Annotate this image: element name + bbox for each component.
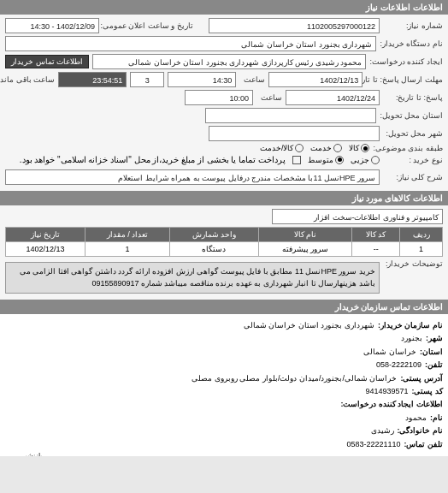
- radio-icon: [335, 156, 344, 164]
- response-date-value: 1402/12/13: [268, 72, 363, 87]
- contact-phone2-label: تلفن تماس:: [404, 438, 444, 450]
- treasury-checkbox[interactable]: [292, 156, 301, 164]
- province-label: استان محل تحویل:: [380, 111, 443, 120]
- requester-value: محمود رشیدی رئیس کارپردازی شهرداری بجنور…: [92, 54, 366, 69]
- buyer-org-value: شهرداری بجنورد استان خراسان شمالی: [5, 36, 376, 51]
- cell-code: --: [352, 242, 400, 257]
- radio-small[interactable]: جزیی: [351, 156, 380, 164]
- col-idx: ردیف: [400, 228, 443, 242]
- province-value: [205, 108, 376, 123]
- radio-service[interactable]: خدمت: [310, 144, 342, 152]
- share-icons: بازنشر ✉ 🔗 ☎ ۲۱-۸۸۳۴۹۶۷۰: [5, 451, 42, 456]
- radio-icon: [333, 144, 342, 152]
- response-deadline-label: مهلت ارسال پاسخ: تا تاریخ:: [366, 75, 443, 84]
- table-row[interactable]: 1 -- سرور پیشرفته دستگاه 1 1402/12/13: [6, 242, 443, 257]
- city-label: شهر محل تحویل:: [383, 129, 443, 138]
- col-name: نام کالا: [258, 228, 351, 242]
- col-code: کد کالا: [352, 228, 400, 242]
- category-value: کامپیوتر و فناوری اطلاعات-سخت افزار: [272, 209, 443, 224]
- treasury-note: پرداخت تماما یا بخشی از مبلغ خرید،از محل…: [20, 155, 286, 164]
- need-info-body: شماره نیاز: 1102005297000122 تاریخ و ساع…: [0, 15, 448, 191]
- subject-class-label: طبقه بندی موضوعی:: [373, 144, 443, 152]
- need-info-header: اطلاعات اطلاعات نیاز: [0, 0, 448, 15]
- goods-table: ردیف کد کالا نام کالا واحد شمارش تعداد /…: [5, 227, 443, 257]
- radio-goods[interactable]: کالا: [349, 144, 369, 152]
- contact-family-value: رشیدی: [371, 425, 394, 437]
- contact-phone-value: 058-2222109: [376, 359, 421, 371]
- cell-date: 1402/12/13: [6, 242, 85, 257]
- radio-both[interactable]: کالا/خدمت: [260, 144, 304, 152]
- answer-date-label: پاسخ: تا تاریخ:: [383, 93, 443, 102]
- buyer-desc-label: توضیحات خریدار:: [383, 259, 443, 268]
- contact-info-body: نام سازمان خریدار: شهرداری بجنورد استان …: [0, 314, 448, 456]
- buyer-desc-value: خرید سرور HPEنسل 11 مطابق با فایل پیوست …: [5, 262, 380, 294]
- contact-org-value: شهرداری بجنورد استان خراسان شمالی: [244, 319, 374, 331]
- city-value: [209, 126, 380, 141]
- contact-family-label: نام خانوادگی:: [398, 425, 444, 437]
- col-date: تاریخ نیاز: [6, 228, 85, 242]
- response-time-value: 14:30: [168, 72, 236, 87]
- cell-idx: 1: [400, 242, 443, 257]
- time-label-1: ساعت: [239, 75, 265, 84]
- cell-name: سرور پیشرفته: [258, 242, 351, 257]
- contact-phone2-value: 0583-22221110: [346, 438, 400, 450]
- subject-class-radios: کالا خدمت کالا/خدمت: [260, 144, 370, 152]
- req-number-label: شماره نیاز:: [383, 21, 443, 30]
- countdown-value: 23:54:51: [58, 72, 127, 87]
- pub-datetime-value: 1402/12/09 - 14:30: [5, 18, 99, 33]
- radio-goods-label: کالا: [349, 144, 359, 152]
- goods-info-body: کامپیوتر و فناوری اطلاعات-سخت افزار ردیف…: [0, 205, 448, 300]
- cell-qty: 1: [85, 242, 169, 257]
- contact-postal-label: کد پستی:: [412, 385, 444, 397]
- contact-province-label: استان:: [420, 346, 443, 358]
- goods-info-header: اطلاعات کالاهای مورد نیاز: [0, 191, 448, 205]
- response-days-value: 3: [130, 72, 164, 87]
- buyer-org-label: نام دستگاه خریدار:: [380, 39, 443, 48]
- radio-service-label: خدمت: [310, 144, 332, 152]
- cell-unit: دستگاه: [169, 242, 258, 257]
- radio-medium-label: متوسط: [308, 156, 333, 164]
- radio-both-label: کالا/خدمت: [260, 144, 294, 152]
- contact-address-label: آدرس پستی:: [401, 372, 444, 384]
- need-title-value: سرور HPEنسل 11با مشخصات مندرج درفایل پیو…: [5, 169, 380, 185]
- contact-info-header: اطلاعات تماس سازمان خریدار: [0, 300, 448, 314]
- col-qty: تعداد / مقدار: [85, 228, 169, 242]
- remaining-label: ساعت باقی مانده: [5, 75, 55, 84]
- table-header-row: ردیف کد کالا نام کالا واحد شمارش تعداد /…: [6, 228, 443, 242]
- time-label-2: ساعت: [256, 93, 282, 102]
- req-number-value: 1102005297000122: [209, 18, 380, 33]
- buyer-contact-button[interactable]: اطلاعات تماس خریدار: [5, 55, 89, 68]
- radio-small-label: جزیی: [351, 156, 369, 164]
- col-unit: واحد شمارش: [169, 228, 258, 242]
- share-label: بازنشر: [5, 451, 42, 456]
- purchase-type-label: نوع خرید :: [383, 156, 443, 164]
- contact-name-value: محمود: [405, 412, 427, 424]
- answer-date-value: 1402/12/24: [286, 90, 380, 105]
- contact-name-label: نام:: [430, 412, 443, 424]
- req-creator-label: اطلاعات ایجاد کننده درخواست:: [341, 398, 444, 410]
- contact-phone-label: تلفن:: [425, 359, 443, 371]
- radio-icon: [295, 144, 304, 152]
- need-title-label: شرح کلی نیاز:: [383, 173, 443, 181]
- contact-org-label: نام سازمان خریدار:: [378, 319, 443, 331]
- purchase-type-radios: جزیی متوسط پرداخت تماما یا بخشی از مبلغ …: [20, 155, 380, 164]
- radio-icon: [361, 144, 369, 152]
- contact-address-value: خراسان شمالی/بجنورد/میدان دولت/بلوار مصل…: [192, 372, 397, 384]
- radio-icon: [371, 156, 380, 164]
- contact-city-label: شهر:: [426, 332, 443, 344]
- contact-postal-value: 9414939571: [365, 385, 408, 397]
- radio-medium[interactable]: متوسط: [308, 156, 344, 164]
- contact-province-value: خراسان شمالی: [363, 346, 416, 358]
- answer-time-value: 10:00: [185, 90, 253, 105]
- pub-datetime-label: تاریخ و ساعت اعلان عمومی:: [103, 21, 193, 30]
- contact-city-value: بجنورد: [401, 332, 422, 344]
- requester-label: ایجاد کننده درخواست:: [369, 57, 443, 66]
